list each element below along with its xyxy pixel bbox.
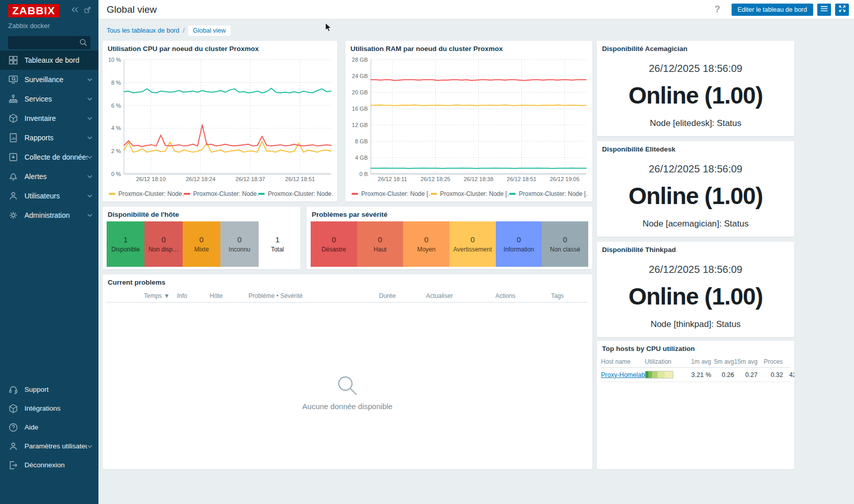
integrations-icon — [8, 404, 24, 414]
breadcrumb-separator: / — [183, 27, 184, 34]
legend-item[interactable]: Proxmox-Cluster: Node… — [184, 190, 259, 197]
sidebar-item-label: Utilisateurs — [24, 192, 87, 200]
availability-cell[interactable]: 1Total — [259, 221, 296, 267]
avg-1m-value: 0.26 — [711, 371, 734, 379]
sidebar-item-alerts[interactable]: Alertes — [0, 167, 98, 186]
severity-count: 0 — [563, 235, 567, 244]
sidebar-item-integrations[interactable]: Intégrations — [0, 399, 98, 418]
severity-count: 0 — [470, 235, 474, 244]
sidebar-item-label: Administration — [24, 211, 87, 219]
cpu-chart-legend: Proxmox-Cluster: Node…Proxmox-Cluster: N… — [109, 190, 333, 197]
availability-label: Total — [271, 246, 284, 253]
sidebar-item-services[interactable]: Services — [0, 89, 98, 109]
severity-cell[interactable]: 0Non classé — [542, 221, 588, 267]
dashboard-menu-button[interactable] — [817, 4, 831, 16]
legend-item[interactable]: Proxmox-Cluster: Node [… — [351, 190, 431, 197]
sidebar-item-logout[interactable]: Déconnexion — [0, 456, 98, 474]
svg-text:28 GB: 28 GB — [352, 57, 368, 63]
widget-title: Disponibilité de l'hôte — [107, 211, 296, 221]
chevron-down-icon — [87, 136, 92, 139]
card-item-name: Node [elitedesk]: Status — [601, 118, 790, 129]
processes-value: 42 — [783, 371, 794, 379]
severity-count: 0 — [332, 235, 336, 244]
svg-text:26/12 18:38: 26/12 18:38 — [464, 176, 493, 182]
chevron-down-icon — [87, 445, 92, 448]
svg-text:26/12 18:37: 26/12 18:37 — [236, 176, 265, 182]
breadcrumb-current[interactable]: Global view — [188, 26, 231, 36]
severity-count: 0 — [378, 235, 382, 244]
legend-item[interactable]: Proxmox-Cluster: Node [… — [509, 190, 588, 197]
column-header-actualiser: Actualiser — [426, 292, 495, 299]
ram-chart-widget[interactable]: Utilisation RAM par noeud du cluster Pro… — [345, 41, 592, 201]
card-status-value: Online (1.00) — [601, 182, 790, 210]
availability-cell[interactable]: 0Mixte — [183, 221, 220, 267]
svg-text:26/12 18:11: 26/12 18:11 — [378, 176, 407, 182]
legend-item[interactable]: Proxmox-Cluster: Node… — [258, 190, 333, 197]
card-item-name: Node [acemagician]: Status — [601, 219, 790, 229]
legend-item[interactable]: Proxmox-Cluster: Node [… — [431, 190, 510, 197]
column-header-probl-me-s-v-rit: Problème • Sévérité — [248, 292, 379, 299]
search-input[interactable] — [8, 36, 90, 49]
severity-cell[interactable]: 0Avertissement — [449, 221, 496, 267]
sidebar-item-reports[interactable]: Rapports — [0, 128, 98, 147]
sidebar-item-users[interactable]: Utilisateurs — [0, 186, 98, 206]
sidebar-item-dashboard[interactable]: Tableaux de bord — [0, 51, 98, 70]
help-icon[interactable]: ? — [708, 4, 727, 15]
sidebar-item-user-settings[interactable]: Paramètres utilisateur — [0, 437, 98, 456]
problems-by-severity-widget[interactable]: Problèmes par sévérité 0Désastre0Haut0Mo… — [307, 207, 592, 269]
sidebar-item-help[interactable]: Aide — [0, 418, 98, 437]
card-timestamp: 26/12/2025 18:56:09 — [601, 63, 790, 74]
column-header-temps[interactable]: Temps ▼ — [144, 292, 177, 299]
no-data-magnifier-icon — [336, 390, 359, 398]
availability-cell[interactable]: 0Non disp… — [144, 221, 182, 267]
availability-label: Inconnu — [229, 246, 250, 253]
top-header: Global view ? Editer le tableau de bord — [98, 0, 854, 19]
edit-dashboard-button[interactable]: Editer le tableau de bord — [732, 4, 813, 16]
widget-title: Problèmes par sévérité — [311, 211, 588, 221]
chevron-down-icon — [87, 117, 92, 120]
top-hosts-widget[interactable]: Top hosts by CPU utilization Host nameUt… — [597, 341, 794, 469]
severity-cell[interactable]: 0Haut — [357, 221, 404, 267]
legend-label: Proxmox-Cluster: Node [… — [361, 190, 431, 197]
legend-item[interactable]: Proxmox-Cluster: Node… — [109, 190, 184, 197]
collapse-sidebar-icon[interactable] — [70, 6, 79, 16]
breadcrumb-all-dashboards[interactable]: Tous les tableaux de bord — [107, 27, 179, 34]
availability-cell[interactable]: 0Inconnu — [220, 221, 258, 267]
availability-count: 0 — [199, 235, 204, 244]
sidebar-item-administration[interactable]: Administration — [0, 206, 98, 225]
sidebar-item-support[interactable]: Support — [0, 380, 98, 399]
legend-color-dash — [109, 193, 115, 195]
services-icon — [8, 94, 24, 104]
severity-cell[interactable]: 0Désastre — [311, 221, 357, 267]
legend-color-dash — [351, 193, 358, 195]
severity-label: Information — [504, 246, 534, 253]
svg-text:4 GB: 4 GB — [355, 155, 368, 161]
top-hosts-table-header: Host nameUtilization1m avg5m avg15m avgP… — [601, 356, 790, 368]
svg-text:20 GB: 20 GB — [352, 89, 368, 95]
dashboard-area: Tous les tableaux de bord / Global view … — [98, 19, 854, 504]
pin-sidebar-icon[interactable] — [84, 6, 91, 16]
sidebar-item-inventory[interactable]: Inventaire — [0, 109, 98, 128]
host-link[interactable]: Proxy-Homelab — [601, 371, 645, 379]
search-icon[interactable] — [79, 38, 88, 49]
avg-5m-value: 0.27 — [734, 371, 758, 379]
availability-card-thinkpad[interactable]: Disponibilité Thinkpad 26/12/2025 18:56:… — [597, 242, 794, 337]
availability-cell[interactable]: 1Disponible — [107, 221, 144, 267]
column-header-utilization: Utilization — [645, 358, 677, 365]
zabbix-logo[interactable]: ZABBIX — [8, 4, 59, 17]
severity-label: Avertissement — [453, 246, 492, 253]
cpu-chart-widget[interactable]: Utilisation CPU par noeud du cluster Pro… — [103, 41, 337, 201]
host-availability-widget[interactable]: Disponibilité de l'hôte 1Disponible0Non … — [103, 207, 300, 269]
sidebar-item-label: Alertes — [24, 172, 87, 181]
kiosk-mode-button[interactable] — [835, 4, 849, 16]
widget-title: Disponibilité Thinkpad — [601, 246, 790, 257]
sidebar-item-monitoring[interactable]: Surveillance — [0, 70, 98, 89]
current-problems-widget[interactable]: Current problems Temps ▼InfoHôteProblème… — [103, 274, 592, 469]
sidebar-item-data-collection[interactable]: Collecte de données — [0, 147, 98, 167]
chevron-down-icon — [87, 156, 92, 159]
severity-cell[interactable]: 0Moyen — [403, 221, 449, 267]
availability-card-acemagician[interactable]: Disponibilité Acemagician 26/12/2025 18:… — [597, 41, 794, 136]
availability-card-elitedesk[interactable]: Disponibilité Elitedesk 26/12/2025 18:56… — [597, 141, 794, 237]
widget-title: Current problems — [107, 279, 588, 289]
severity-cell[interactable]: 0Information — [496, 221, 542, 267]
